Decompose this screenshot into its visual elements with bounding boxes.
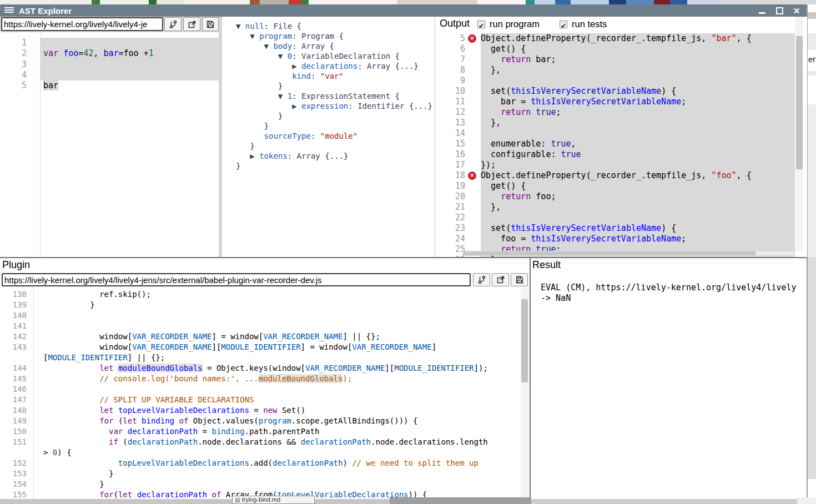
result-pane-title: Result bbox=[532, 259, 561, 271]
code-line: 4 bbox=[0, 70, 219, 80]
desktop-background-strip bbox=[0, 0, 816, 4]
git-branch-button[interactable] bbox=[164, 17, 182, 31]
code-line: > 0) { bbox=[0, 447, 521, 458]
git-branch-button[interactable] bbox=[473, 273, 490, 286]
source-url-row bbox=[0, 17, 219, 32]
plugin-pane-title: Plugin bbox=[2, 259, 30, 271]
open-external-button[interactable] bbox=[183, 17, 200, 31]
window-titlebar: AST Explorer ✕ bbox=[0, 4, 807, 17]
close-button[interactable]: ✕ bbox=[792, 7, 801, 15]
maximize-button[interactable] bbox=[775, 7, 784, 15]
save-icon bbox=[515, 275, 524, 284]
error-icon[interactable]: ✕ bbox=[468, 34, 476, 43]
ast-node-row[interactable]: ▼ 1: ExpressionStatement { bbox=[236, 91, 432, 101]
git-branch-icon bbox=[169, 20, 178, 29]
ast-node-row[interactable]: } bbox=[236, 111, 432, 121]
background-window-row bbox=[808, 104, 816, 257]
ast-explorer-window: AST Explorer ✕ bbox=[0, 4, 808, 504]
code-line: 14 bbox=[435, 128, 795, 139]
code-line: 142 window[VAR_RECORDER_NAME] = window[V… bbox=[0, 331, 521, 342]
maximize-icon bbox=[776, 7, 783, 14]
output-code-editor[interactable]: 5✕Object.defineProperty(_recorder_.tempf… bbox=[435, 32, 795, 259]
code-line: 143 window[VAR_RECORDER_NAME][MODULE_IDE… bbox=[0, 342, 521, 352]
ast-node-row[interactable]: ▶ declarations: Array {...} bbox=[236, 61, 432, 71]
ast-node-row[interactable]: ▼ 0: VariableDeclaration { bbox=[236, 51, 432, 61]
background-tab-label: trying-bind.md bbox=[241, 496, 280, 503]
ast-node-row[interactable]: } bbox=[236, 81, 432, 91]
plugin-pane: Plugin bbox=[0, 258, 531, 504]
code-line: 152 topLevelVariableDeclarations.add(dec… bbox=[0, 458, 521, 468]
code-line: 147 // SPLIT UP VARIABLE DECLARATIONS bbox=[0, 395, 521, 405]
ast-tree-pane: ▼ null: File { ▼ program: Program { ▼ bo… bbox=[222, 17, 435, 257]
code-line: 150 var declarationPath = binding.path.p… bbox=[0, 426, 521, 437]
ast-node-row[interactable]: } bbox=[236, 161, 432, 171]
open-external-icon bbox=[496, 275, 505, 284]
ast-node-row[interactable]: sourceType: "module" bbox=[236, 131, 432, 141]
code-line: 140 bbox=[0, 310, 521, 321]
source-url-input[interactable] bbox=[1, 17, 163, 31]
result-output: EVAL (CM), https://lively-kernel.org/liv… bbox=[541, 283, 807, 304]
taskbar-strip bbox=[315, 499, 390, 504]
run-tests-label: run tests bbox=[572, 19, 607, 29]
ast-node-row[interactable]: ▼ program: Program { bbox=[236, 31, 432, 41]
error-icon[interactable]: ✕ bbox=[468, 172, 476, 180]
output-vertical-scrollbar[interactable] bbox=[795, 17, 803, 251]
code-line: 2var foo=42, bar=foo +1 bbox=[0, 48, 219, 59]
code-line: 15 enumerable: true, bbox=[435, 139, 795, 149]
code-line: 12 return true; bbox=[435, 107, 795, 118]
result-pane: Result EVAL (CM), https://lively-kernel.… bbox=[531, 258, 807, 504]
code-line: 148 let topLevelVariableDeclarations = n… bbox=[0, 405, 521, 416]
code-line: 145 // console.log('bound names:', ...mo… bbox=[0, 374, 521, 384]
scrollbar-thumb[interactable] bbox=[796, 36, 803, 169]
save-button[interactable] bbox=[511, 273, 528, 286]
run-program-checkbox[interactable] bbox=[477, 21, 485, 28]
code-line: 144 let moduleBoundGlobals = Object.keys… bbox=[0, 363, 521, 374]
ast-node-row[interactable]: ▶ expression: Identifier {...} bbox=[236, 101, 432, 111]
save-button[interactable] bbox=[202, 17, 219, 31]
ast-node-row[interactable]: kind: "var" bbox=[236, 71, 432, 81]
code-line: 1 bbox=[0, 38, 219, 48]
top-region: 12var foo=42, bar=foo +1345bar ▼ null: F… bbox=[0, 17, 807, 257]
window-title: AST Explorer bbox=[19, 6, 72, 16]
code-line: 21 }, bbox=[435, 202, 795, 213]
plugin-vertical-scrollbar[interactable] bbox=[521, 288, 528, 504]
open-external-button[interactable] bbox=[492, 273, 509, 286]
ast-node-row[interactable]: ▼ body: Array { bbox=[236, 41, 432, 51]
run-tests-checkbox[interactable] bbox=[560, 21, 567, 28]
minimize-button[interactable] bbox=[758, 7, 767, 15]
code-line: 3 bbox=[0, 59, 219, 70]
taskbar-strip bbox=[531, 499, 797, 504]
code-line: 6 get() { bbox=[435, 44, 795, 54]
background-window-row bbox=[808, 71, 816, 75]
code-line: 20 return foo; bbox=[435, 191, 795, 202]
run-program-label: run program bbox=[490, 19, 540, 29]
ast-node-row[interactable]: } bbox=[236, 121, 432, 131]
scrollbar-thumb[interactable] bbox=[521, 299, 528, 382]
source-pane: 12var foo=42, bar=foo +1345bar bbox=[0, 17, 219, 257]
output-horizontal-scrollbar[interactable] bbox=[462, 251, 795, 256]
ast-node-row[interactable]: ▶ tokens: Array {...} bbox=[236, 151, 432, 161]
ast-node-row[interactable]: ▼ null: File { bbox=[236, 21, 432, 31]
source-code-editor[interactable]: 12var foo=42, bar=foo +1345bar bbox=[0, 32, 219, 263]
code-line: 146 bbox=[0, 384, 521, 395]
scrollbar-thumb[interactable] bbox=[463, 251, 755, 255]
ast-node-row[interactable]: } bbox=[236, 141, 432, 151]
background-tab[interactable]: ▤trying-bind.md bbox=[232, 496, 315, 504]
code-line: 5bar bbox=[0, 80, 219, 91]
bottom-region: Plugin bbox=[0, 257, 807, 504]
plugin-code-editor[interactable]: 138 ref.skip();139 }140141142 window[VAR… bbox=[0, 288, 521, 504]
document-icon: ▤ bbox=[235, 497, 240, 503]
output-pane: Output run program run tests 5✕Object.de… bbox=[435, 17, 807, 257]
taskbar-strip bbox=[797, 497, 816, 504]
git-branch-icon bbox=[477, 275, 486, 284]
ast-tree[interactable]: ▼ null: File { ▼ program: Program { ▼ bo… bbox=[236, 21, 432, 171]
code-line: [MODULE_IDENTIFIER] || {}; bbox=[0, 352, 521, 363]
plugin-url-input[interactable] bbox=[2, 273, 471, 286]
taskbar-strip bbox=[0, 499, 232, 504]
code-line: 18✕Object.defineProperty(_recorder_.temp… bbox=[435, 170, 795, 181]
hamburger-menu-icon[interactable] bbox=[4, 7, 14, 14]
code-line: 8 }, bbox=[435, 65, 795, 75]
output-pane-title: Output bbox=[440, 18, 470, 29]
code-line: 24 foo = thisIsVererySecretVariableName; bbox=[435, 234, 795, 244]
code-line: 10 set(thisIsVererySecretVariableName) { bbox=[435, 86, 795, 97]
